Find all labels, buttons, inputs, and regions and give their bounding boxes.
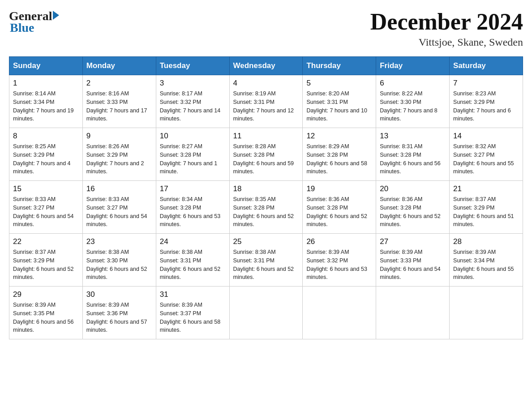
day-info: Sunrise: 8:39 AMSunset: 3:34 PMDaylight:… <box>453 248 519 282</box>
calendar-cell: 7Sunrise: 8:23 AMSunset: 3:29 PMDaylight… <box>450 75 523 128</box>
column-header-friday: Friday <box>376 57 450 75</box>
calendar-week-row: 29Sunrise: 8:39 AMSunset: 3:35 PMDayligh… <box>9 287 523 339</box>
calendar-cell: 29Sunrise: 8:39 AMSunset: 3:35 PMDayligh… <box>9 287 83 339</box>
day-info: Sunrise: 8:31 AMSunset: 3:28 PMDaylight:… <box>380 142 446 176</box>
title-block: December 2024 Vittsjoe, Skane, Sweden <box>370 9 523 48</box>
calendar-week-row: 22Sunrise: 8:37 AMSunset: 3:29 PMDayligh… <box>9 234 523 287</box>
day-number: 20 <box>380 184 446 193</box>
day-number: 25 <box>233 237 299 246</box>
calendar-cell: 16Sunrise: 8:33 AMSunset: 3:27 PMDayligh… <box>82 181 156 234</box>
day-number: 2 <box>86 79 152 88</box>
day-number: 19 <box>306 184 372 193</box>
day-info: Sunrise: 8:38 AMSunset: 3:31 PMDaylight:… <box>160 248 226 282</box>
day-number: 14 <box>453 132 519 141</box>
calendar-cell: 19Sunrise: 8:36 AMSunset: 3:28 PMDayligh… <box>303 181 376 234</box>
day-number: 22 <box>13 237 79 246</box>
calendar-cell: 15Sunrise: 8:33 AMSunset: 3:27 PMDayligh… <box>9 181 83 234</box>
calendar-cell: 1Sunrise: 8:14 AMSunset: 3:34 PMDaylight… <box>9 75 83 128</box>
column-header-saturday: Saturday <box>450 57 523 75</box>
day-number: 30 <box>86 290 152 299</box>
calendar-cell: 24Sunrise: 8:38 AMSunset: 3:31 PMDayligh… <box>156 234 229 287</box>
calendar-cell: 4Sunrise: 8:19 AMSunset: 3:31 PMDaylight… <box>229 75 303 128</box>
calendar-cell: 12Sunrise: 8:29 AMSunset: 3:28 PMDayligh… <box>303 128 376 181</box>
day-number: 27 <box>380 237 446 246</box>
day-info: Sunrise: 8:17 AMSunset: 3:32 PMDaylight:… <box>160 90 226 123</box>
day-number: 23 <box>86 237 152 246</box>
day-number: 3 <box>160 79 226 88</box>
day-number: 11 <box>233 132 299 141</box>
day-number: 4 <box>233 79 299 88</box>
day-number: 7 <box>453 79 519 88</box>
day-info: Sunrise: 8:14 AMSunset: 3:34 PMDaylight:… <box>13 90 79 123</box>
day-number: 16 <box>86 184 152 193</box>
column-header-thursday: Thursday <box>303 57 376 75</box>
day-info: Sunrise: 8:23 AMSunset: 3:29 PMDaylight:… <box>453 90 519 123</box>
calendar-cell: 11Sunrise: 8:28 AMSunset: 3:28 PMDayligh… <box>229 128 303 181</box>
calendar-header-row: SundayMondayTuesdayWednesdayThursdayFrid… <box>9 57 523 75</box>
calendar-cell <box>450 287 523 339</box>
day-number: 12 <box>306 132 372 141</box>
day-number: 21 <box>453 184 519 193</box>
column-header-monday: Monday <box>82 57 156 75</box>
day-info: Sunrise: 8:20 AMSunset: 3:31 PMDaylight:… <box>306 90 372 123</box>
page-header: General Blue December 2024 Vittsjoe, Ska… <box>9 9 523 48</box>
calendar-cell: 23Sunrise: 8:38 AMSunset: 3:30 PMDayligh… <box>82 234 156 287</box>
day-number: 8 <box>13 132 79 141</box>
calendar-table: SundayMondayTuesdayWednesdayThursdayFrid… <box>9 56 523 339</box>
calendar-cell: 21Sunrise: 8:37 AMSunset: 3:29 PMDayligh… <box>450 181 523 234</box>
calendar-cell <box>229 287 303 339</box>
column-header-tuesday: Tuesday <box>156 57 229 75</box>
calendar-cell: 18Sunrise: 8:35 AMSunset: 3:28 PMDayligh… <box>229 181 303 234</box>
calendar-cell: 20Sunrise: 8:36 AMSunset: 3:28 PMDayligh… <box>376 181 450 234</box>
day-info: Sunrise: 8:34 AMSunset: 3:28 PMDaylight:… <box>160 195 226 229</box>
day-info: Sunrise: 8:38 AMSunset: 3:30 PMDaylight:… <box>86 248 152 282</box>
day-info: Sunrise: 8:25 AMSunset: 3:29 PMDaylight:… <box>13 142 79 176</box>
calendar-cell: 9Sunrise: 8:26 AMSunset: 3:29 PMDaylight… <box>82 128 156 181</box>
day-info: Sunrise: 8:37 AMSunset: 3:29 PMDaylight:… <box>13 248 79 282</box>
calendar-cell: 22Sunrise: 8:37 AMSunset: 3:29 PMDayligh… <box>9 234 83 287</box>
calendar-week-row: 1Sunrise: 8:14 AMSunset: 3:34 PMDaylight… <box>9 75 523 128</box>
logo: General Blue <box>9 9 59 35</box>
day-info: Sunrise: 8:39 AMSunset: 3:32 PMDaylight:… <box>306 248 372 282</box>
calendar-cell: 10Sunrise: 8:27 AMSunset: 3:28 PMDayligh… <box>156 128 229 181</box>
calendar-cell: 26Sunrise: 8:39 AMSunset: 3:32 PMDayligh… <box>303 234 376 287</box>
day-number: 9 <box>86 132 152 141</box>
calendar-cell: 25Sunrise: 8:38 AMSunset: 3:31 PMDayligh… <box>229 234 303 287</box>
day-number: 5 <box>306 79 372 88</box>
calendar-cell: 13Sunrise: 8:31 AMSunset: 3:28 PMDayligh… <box>376 128 450 181</box>
logo-arrow-icon <box>53 11 59 20</box>
location-subtitle: Vittsjoe, Skane, Sweden <box>370 36 523 48</box>
day-info: Sunrise: 8:39 AMSunset: 3:35 PMDaylight:… <box>13 301 79 334</box>
day-info: Sunrise: 8:36 AMSunset: 3:28 PMDaylight:… <box>380 195 446 229</box>
day-info: Sunrise: 8:28 AMSunset: 3:28 PMDaylight:… <box>233 142 299 176</box>
day-info: Sunrise: 8:39 AMSunset: 3:33 PMDaylight:… <box>380 248 446 282</box>
calendar-cell: 5Sunrise: 8:20 AMSunset: 3:31 PMDaylight… <box>303 75 376 128</box>
column-header-wednesday: Wednesday <box>229 57 303 75</box>
calendar-cell: 17Sunrise: 8:34 AMSunset: 3:28 PMDayligh… <box>156 181 229 234</box>
day-info: Sunrise: 8:29 AMSunset: 3:28 PMDaylight:… <box>306 142 372 176</box>
day-number: 1 <box>13 79 79 88</box>
calendar-cell: 8Sunrise: 8:25 AMSunset: 3:29 PMDaylight… <box>9 128 83 181</box>
day-info: Sunrise: 8:16 AMSunset: 3:33 PMDaylight:… <box>86 90 152 123</box>
day-info: Sunrise: 8:39 AMSunset: 3:37 PMDaylight:… <box>160 301 226 334</box>
calendar-cell <box>303 287 376 339</box>
logo-blue-text: Blue <box>10 21 34 35</box>
day-info: Sunrise: 8:39 AMSunset: 3:36 PMDaylight:… <box>86 301 152 334</box>
day-info: Sunrise: 8:22 AMSunset: 3:30 PMDaylight:… <box>380 90 446 123</box>
day-number: 24 <box>160 237 226 246</box>
calendar-week-row: 8Sunrise: 8:25 AMSunset: 3:29 PMDaylight… <box>9 128 523 181</box>
day-info: Sunrise: 8:27 AMSunset: 3:28 PMDaylight:… <box>160 142 226 176</box>
day-info: Sunrise: 8:33 AMSunset: 3:27 PMDaylight:… <box>13 195 79 229</box>
day-number: 31 <box>160 290 226 299</box>
calendar-cell: 2Sunrise: 8:16 AMSunset: 3:33 PMDaylight… <box>82 75 156 128</box>
day-number: 26 <box>306 237 372 246</box>
column-header-sunday: Sunday <box>9 57 83 75</box>
calendar-cell: 27Sunrise: 8:39 AMSunset: 3:33 PMDayligh… <box>376 234 450 287</box>
calendar-cell <box>376 287 450 339</box>
day-info: Sunrise: 8:32 AMSunset: 3:27 PMDaylight:… <box>453 142 519 176</box>
day-info: Sunrise: 8:19 AMSunset: 3:31 PMDaylight:… <box>233 90 299 123</box>
calendar-cell: 30Sunrise: 8:39 AMSunset: 3:36 PMDayligh… <box>82 287 156 339</box>
calendar-cell: 3Sunrise: 8:17 AMSunset: 3:32 PMDaylight… <box>156 75 229 128</box>
calendar-cell: 14Sunrise: 8:32 AMSunset: 3:27 PMDayligh… <box>450 128 523 181</box>
day-info: Sunrise: 8:35 AMSunset: 3:28 PMDaylight:… <box>233 195 299 229</box>
